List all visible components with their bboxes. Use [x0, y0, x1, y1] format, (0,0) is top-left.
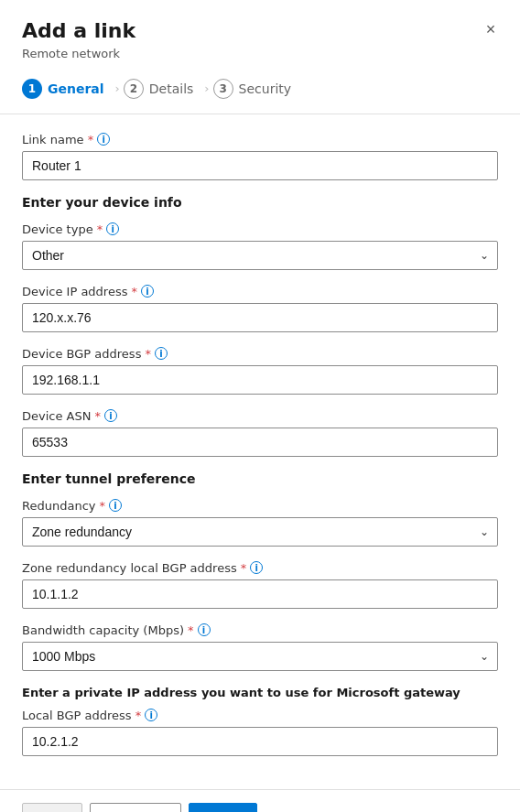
- local-bgp-input[interactable]: [22, 727, 498, 756]
- redundancy-select[interactable]: Zone redundancy No redundancy: [22, 517, 498, 547]
- device-asn-group: Device ASN * i: [22, 409, 498, 457]
- bandwidth-select-wrapper: 500 Mbps 1000 Mbps 2000 Mbps 5000 Mbps ⌄: [22, 642, 498, 671]
- step-2-circle: 2: [124, 79, 144, 99]
- modal-footer: Save < Previous Next >: [0, 789, 520, 812]
- modal-header: Add a link Remote network ×: [0, 0, 520, 60]
- zone-bgp-label: Zone redundancy local BGP address * i: [22, 561, 498, 575]
- bandwidth-required: *: [188, 623, 194, 637]
- step-general[interactable]: 1 General: [22, 75, 112, 103]
- local-bgp-label: Local BGP address * i: [22, 709, 498, 722]
- link-name-input[interactable]: [22, 151, 498, 180]
- next-button[interactable]: Next >: [189, 803, 257, 812]
- device-asn-input[interactable]: [22, 428, 498, 457]
- step-3-circle: 3: [213, 79, 233, 99]
- tunnel-heading: Enter tunnel preference: [22, 471, 498, 486]
- device-bgp-input[interactable]: [22, 365, 498, 395]
- step-1-label: General: [48, 81, 104, 96]
- local-bgp-group: Local BGP address * i: [22, 709, 498, 756]
- device-bgp-required: *: [145, 347, 151, 361]
- link-name-info-icon[interactable]: i: [97, 133, 110, 146]
- device-type-info-icon[interactable]: i: [106, 222, 119, 235]
- link-name-required: *: [88, 133, 94, 146]
- modal-title: Add a link: [22, 18, 498, 45]
- device-type-label: Device type * i: [22, 222, 498, 236]
- redundancy-info-icon[interactable]: i: [109, 499, 122, 512]
- bandwidth-group: Bandwidth capacity (Mbps) * i 500 Mbps 1…: [22, 623, 498, 671]
- steps-navigation: 1 General › 2 Details › 3 Security: [0, 60, 520, 114]
- device-ip-info-icon[interactable]: i: [141, 285, 154, 298]
- zone-bgp-info-icon[interactable]: i: [250, 561, 263, 574]
- device-type-required: *: [97, 222, 103, 236]
- modal-subtitle: Remote network: [22, 47, 498, 60]
- local-bgp-required: *: [135, 709, 142, 722]
- device-bgp-info-icon[interactable]: i: [155, 347, 168, 360]
- redundancy-required: *: [99, 499, 105, 513]
- redundancy-label: Redundancy * i: [22, 499, 498, 513]
- link-name-label: Link name * i: [22, 133, 498, 146]
- step-details[interactable]: 2 Details: [124, 75, 201, 103]
- bandwidth-label: Bandwidth capacity (Mbps) * i: [22, 623, 498, 637]
- device-bgp-label: Device BGP address * i: [22, 347, 498, 361]
- device-bgp-group: Device BGP address * i: [22, 347, 498, 395]
- device-ip-required: *: [131, 285, 137, 298]
- zone-bgp-group: Zone redundancy local BGP address * i: [22, 561, 498, 609]
- form-body: Link name * i Enter your device info Dev…: [0, 114, 520, 789]
- device-asn-label: Device ASN * i: [22, 409, 498, 423]
- save-button[interactable]: Save: [22, 803, 82, 812]
- step-3-label: Security: [239, 81, 292, 96]
- local-bgp-info-icon[interactable]: i: [145, 709, 157, 721]
- zone-bgp-required: *: [241, 561, 247, 575]
- step-separator-2: ›: [204, 81, 209, 95]
- device-ip-input[interactable]: [22, 303, 498, 332]
- gateway-heading: Enter a private IP address you want to u…: [22, 686, 498, 699]
- step-1-circle: 1: [22, 79, 42, 99]
- close-button[interactable]: ×: [478, 16, 504, 42]
- link-name-group: Link name * i: [22, 133, 498, 180]
- add-link-modal: Add a link Remote network × 1 General › …: [0, 0, 520, 812]
- bandwidth-select[interactable]: 500 Mbps 1000 Mbps 2000 Mbps 5000 Mbps: [22, 642, 498, 671]
- previous-button[interactable]: < Previous: [90, 803, 182, 812]
- redundancy-group: Redundancy * i Zone redundancy No redund…: [22, 499, 498, 547]
- device-asn-required: *: [94, 409, 101, 423]
- redundancy-select-wrapper: Zone redundancy No redundancy ⌄: [22, 517, 498, 547]
- bandwidth-info-icon[interactable]: i: [198, 623, 211, 636]
- device-type-select[interactable]: Other Cisco Juniper Palo Alto Check Poin…: [22, 241, 498, 270]
- device-ip-label: Device IP address * i: [22, 285, 498, 298]
- device-asn-info-icon[interactable]: i: [104, 409, 117, 422]
- device-type-group: Device type * i Other Cisco Juniper Palo…: [22, 222, 498, 270]
- device-ip-group: Device IP address * i: [22, 285, 498, 332]
- step-2-label: Details: [149, 81, 194, 96]
- device-info-heading: Enter your device info: [22, 195, 498, 210]
- zone-bgp-input[interactable]: [22, 579, 498, 609]
- step-separator-1: ›: [115, 81, 120, 95]
- step-security[interactable]: 3 Security: [213, 75, 299, 103]
- device-type-select-wrapper: Other Cisco Juniper Palo Alto Check Poin…: [22, 241, 498, 270]
